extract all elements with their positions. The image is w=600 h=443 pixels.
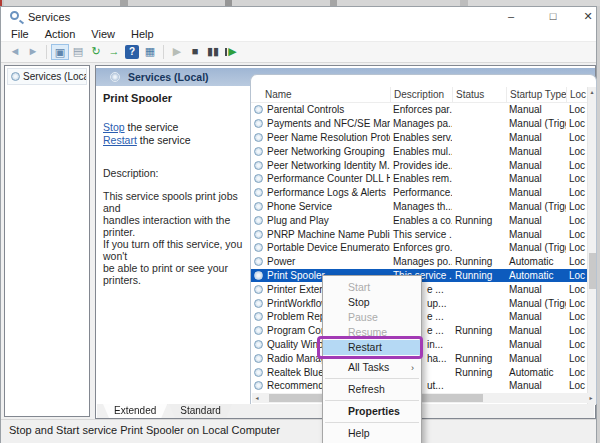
menu-item-restart[interactable]: Restart: [323, 340, 421, 355]
service-action-links: Stop the serviceRestart the service: [103, 121, 248, 146]
service-gear-icon: [254, 105, 263, 114]
menu-action[interactable]: Action: [37, 27, 84, 41]
service-name: Recommende: [267, 380, 329, 391]
toolbar: ◄►▣▤↻→?▦▶■▮▮▶: [1, 41, 596, 63]
toolbar-separator: [46, 45, 47, 59]
scroll-left-icon[interactable]: ◂: [252, 393, 262, 403]
service-description-cell: Enables mul...: [390, 146, 452, 157]
service-description-cell: This service ...: [390, 229, 452, 240]
forward-icon[interactable]: ►: [24, 44, 42, 60]
description-line: be able to print or see your printers.: [103, 262, 248, 286]
restart-service-link[interactable]: Restart: [103, 134, 137, 146]
service-startup-cell: Manual: [506, 160, 566, 171]
service-description-cell: Manages po...: [390, 256, 452, 267]
tree-item-services-local[interactable]: Services (Local): [7, 68, 87, 85]
service-gear-icon: [254, 381, 263, 390]
restart-service-icon[interactable]: ▶: [222, 44, 240, 60]
service-gear-icon: [254, 257, 263, 266]
service-startup-cell: Manual: [506, 215, 566, 226]
tab-standard[interactable]: Standard: [169, 404, 232, 418]
scroll-right-icon[interactable]: ▸: [586, 393, 596, 403]
menu-view[interactable]: View: [83, 27, 123, 41]
close-button[interactable]: ✕: [573, 7, 600, 27]
service-description-cell: Manages th...: [390, 201, 452, 212]
horizontal-scrollbar[interactable]: ◂ ▸: [252, 393, 596, 403]
service-gear-icon: [254, 326, 263, 335]
service-link-suffix: the service: [137, 134, 191, 146]
column-header-startup-type[interactable]: Startup Type: [506, 87, 566, 102]
service-name: PNRP Machine Name Public...: [267, 229, 390, 240]
service-startup-cell: Manual: [506, 339, 566, 350]
console-tree-pane: Services (Local): [4, 65, 90, 417]
export-list-icon[interactable]: →: [105, 44, 123, 60]
column-header-status[interactable]: Status: [452, 87, 506, 102]
table-row-parental-controls[interactable]: Parental ControlsEnforces par...ManualLo…: [251, 103, 587, 117]
column-header-description[interactable]: Description: [390, 87, 452, 102]
service-logon-cell: Loc: [566, 367, 587, 378]
stop-service-icon[interactable]: ■: [186, 44, 204, 60]
table-row-phone-service[interactable]: Phone ServiceManages th...Manual (Trigg.…: [251, 200, 587, 214]
refresh-icon[interactable]: ↻: [87, 44, 105, 60]
service-description-cell: Manages pa...: [390, 118, 452, 129]
table-row-payments-and-nfc-se-mana[interactable]: Payments and NFC/SE Mana...Manages pa...…: [251, 117, 587, 131]
table-row-peer-networking-grouping[interactable]: Peer Networking GroupingEnables mul...Ma…: [251, 144, 587, 158]
column-header-name[interactable]: Name: [251, 87, 390, 102]
menu-item-refresh[interactable]: Refresh: [323, 380, 421, 399]
service-name: Parental Controls: [267, 104, 344, 115]
menu-help[interactable]: Help: [123, 27, 162, 41]
menu-item-stop[interactable]: Stop: [323, 295, 421, 310]
service-description-cell: Enforces par...: [390, 104, 452, 115]
service-logon-cell: Loc: [566, 201, 587, 212]
tree-item-label: Services (Local): [23, 71, 87, 82]
service-description-cell: Enables a co...: [390, 215, 452, 226]
service-gear-icon: [254, 312, 263, 321]
service-startup-cell: Manual (Trigg...: [506, 298, 566, 309]
window-title: Services: [28, 11, 70, 23]
service-logon-cell: Loc: [566, 339, 587, 350]
menu-item-properties[interactable]: Properties: [323, 402, 421, 421]
scroll-up-icon[interactable]: ▴: [588, 87, 596, 97]
table-row-performance-logs-alerts[interactable]: Performance Logs & AlertsPerformance...M…: [251, 186, 587, 200]
service-link-line: Restart the service: [103, 134, 248, 147]
service-name-cell: PNRP Machine Name Public...: [251, 229, 390, 240]
service-logon-cell: Loc: [566, 311, 587, 322]
vertical-scrollbar-thumb[interactable]: [589, 253, 596, 289]
maximize-button[interactable]: □: [538, 7, 568, 27]
context-menu: StartStopPauseResumeRestartAll Tasks›Ref…: [322, 275, 422, 443]
service-name: PrintWorkflow: [267, 298, 329, 309]
table-row-power[interactable]: PowerManages po...RunningAutomaticLoc: [251, 255, 587, 269]
service-name-cell: Peer Name Resolution Proto...: [251, 132, 390, 143]
back-icon[interactable]: ◄: [6, 44, 24, 60]
service-logon-cell: Loc: [566, 229, 587, 240]
service-link-line: Stop the service: [103, 121, 248, 134]
vertical-scrollbar[interactable]: ▴ ▾: [587, 87, 596, 405]
properties-icon[interactable]: ▤: [69, 44, 87, 60]
minimize-button[interactable]: –: [496, 7, 526, 27]
menu-separator: [325, 400, 419, 401]
menu-separator: [325, 422, 419, 423]
show-console-tree-icon[interactable]: ▣: [51, 44, 69, 60]
table-row-performance-counter-dll-h[interactable]: Performance Counter DLL H...Enables rem.…: [251, 172, 587, 186]
menu-item-help[interactable]: Help: [323, 424, 421, 443]
service-name: Quality Wind: [267, 339, 324, 350]
menu-item-pause: Pause: [323, 310, 421, 325]
table-row-pnrp-machine-name-public[interactable]: PNRP Machine Name Public...This service …: [251, 227, 587, 241]
table-row-peer-name-resolution-proto[interactable]: Peer Name Resolution Proto...Enables ser…: [251, 131, 587, 145]
menu-file[interactable]: File: [1, 27, 37, 41]
start-service-icon[interactable]: ▶: [168, 44, 186, 60]
table-row-plug-and-play[interactable]: Plug and PlayEnables a co...RunningManua…: [251, 213, 587, 227]
table-row-peer-networking-identity-m[interactable]: Peer Networking Identity M...Provides id…: [251, 158, 587, 172]
menu-separator: [325, 356, 419, 357]
menu-item-all-tasks[interactable]: All Tasks›: [323, 358, 421, 377]
service-description-cell: Enables serv...: [390, 132, 452, 143]
column-header-logon[interactable]: Loc: [566, 87, 587, 102]
help-icon[interactable]: ?: [125, 45, 139, 59]
service-logon-cell: Loc: [566, 160, 587, 171]
table-row-portable-device-enumerator[interactable]: Portable Device Enumerator ...Enforces g…: [251, 241, 587, 255]
stop-service-link[interactable]: Stop: [103, 121, 125, 133]
service-description-cell: Performance...: [390, 187, 452, 198]
tab-extended[interactable]: Extended: [103, 404, 167, 418]
description-line: This service spools print jobs and: [103, 190, 248, 214]
pause-service-icon[interactable]: ▮▮: [204, 44, 222, 60]
extended-view-icon[interactable]: ▦: [141, 44, 159, 60]
